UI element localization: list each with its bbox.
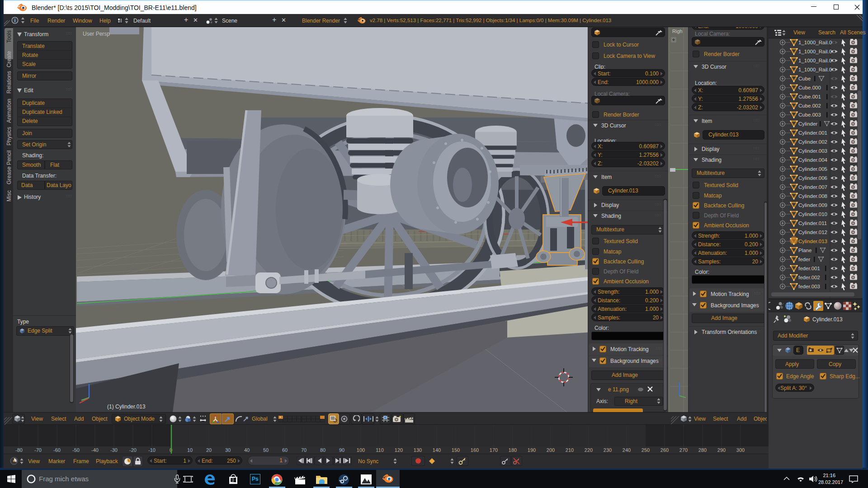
svg-text:270: 270: [679, 447, 688, 453]
svg-text:feder.001: feder.001: [798, 266, 820, 271]
svg-text:170: 170: [490, 447, 498, 453]
svg-text:Cylinder.011: Cylinder.011: [798, 221, 827, 226]
svg-text:-50: -50: [72, 447, 80, 453]
svg-text:(1) Cylinder.013: (1) Cylinder.013: [107, 404, 146, 410]
svg-text:250: 250: [642, 447, 650, 453]
svg-text:1_1000_Rail.0: 1_1000_Rail.0: [798, 40, 832, 45]
svg-text:Cylinder.004: Cylinder.004: [798, 157, 828, 163]
svg-text:-80: -80: [15, 447, 23, 453]
svg-text:1_1000_Rail.0: 1_1000_Rail.0: [798, 49, 832, 54]
svg-text:140: 140: [433, 447, 441, 453]
svg-text:Cylinder.005: Cylinder.005: [798, 166, 827, 172]
svg-text:-70: -70: [34, 447, 42, 453]
svg-text:feder.003: feder.003: [798, 284, 820, 289]
svg-text:feder: feder: [798, 257, 810, 262]
svg-text:Plane: Plane: [798, 248, 811, 253]
svg-text:220: 220: [585, 447, 593, 453]
svg-text:210: 210: [566, 447, 574, 453]
svg-text:240: 240: [623, 447, 631, 453]
svg-text:300: 300: [736, 447, 745, 453]
svg-text:230: 230: [604, 447, 612, 453]
svg-text:-40: -40: [91, 447, 99, 453]
svg-text:50: 50: [263, 447, 269, 453]
svg-text:Cylinder.002: Cylinder.002: [798, 139, 827, 145]
svg-text:60: 60: [282, 447, 288, 453]
svg-text:Cylinder.010: Cylinder.010: [798, 211, 827, 217]
svg-text:i: i: [14, 18, 15, 23]
svg-text:290: 290: [717, 447, 726, 453]
svg-text:1_1000_Rail.0: 1_1000_Rail.0: [798, 67, 832, 72]
svg-text:Cylinder.008: Cylinder.008: [798, 193, 827, 199]
svg-text:feder.002: feder.002: [798, 275, 820, 280]
svg-text:100: 100: [357, 447, 365, 453]
svg-text:-30: -30: [110, 447, 118, 453]
svg-text:-10: -10: [148, 447, 156, 453]
svg-text:20: 20: [206, 447, 212, 453]
svg-text:160: 160: [471, 447, 479, 453]
svg-text:280: 280: [698, 447, 707, 453]
svg-text:Cylinder.003: Cylinder.003: [798, 148, 827, 154]
svg-text:260: 260: [660, 447, 669, 453]
svg-text:180: 180: [509, 447, 517, 453]
svg-text:Cube.003: Cube.003: [798, 112, 821, 117]
svg-text:Cylinder.007: Cylinder.007: [798, 184, 827, 190]
svg-text:-60: -60: [53, 447, 61, 453]
svg-text:Cylinder.001: Cylinder.001: [798, 130, 827, 136]
svg-text:User Persp: User Persp: [83, 31, 110, 37]
svg-text:Cylinder.009: Cylinder.009: [798, 202, 827, 208]
svg-text:Cylinder.013: Cylinder.013: [798, 239, 827, 244]
svg-text:Righ: Righ: [672, 28, 683, 34]
svg-text:70: 70: [301, 447, 307, 453]
svg-text:90: 90: [339, 447, 344, 453]
svg-text:Cylinder: Cylinder: [798, 121, 817, 127]
svg-text:Cube: Cube: [798, 76, 811, 81]
svg-text:30: 30: [225, 447, 231, 453]
svg-text:130: 130: [414, 447, 422, 453]
svg-text:Cylinder.012: Cylinder.012: [798, 230, 827, 235]
svg-text:190: 190: [528, 447, 536, 453]
svg-text:Cube.001: Cube.001: [798, 94, 821, 99]
svg-text:Cube.000: Cube.000: [798, 85, 821, 90]
svg-text:-20: -20: [129, 447, 137, 453]
svg-text:Cube.002: Cube.002: [798, 103, 821, 108]
svg-text:150: 150: [452, 447, 460, 453]
svg-text:200: 200: [547, 447, 555, 453]
svg-text:1_1000_Rail.0: 1_1000_Rail.0: [798, 58, 832, 63]
svg-text:Cylinder.006: Cylinder.006: [798, 175, 827, 181]
svg-text:110: 110: [376, 447, 384, 453]
svg-text:80: 80: [320, 447, 326, 453]
svg-text:10: 10: [187, 447, 193, 453]
svg-text:40: 40: [244, 447, 250, 453]
svg-text:120: 120: [395, 447, 403, 453]
